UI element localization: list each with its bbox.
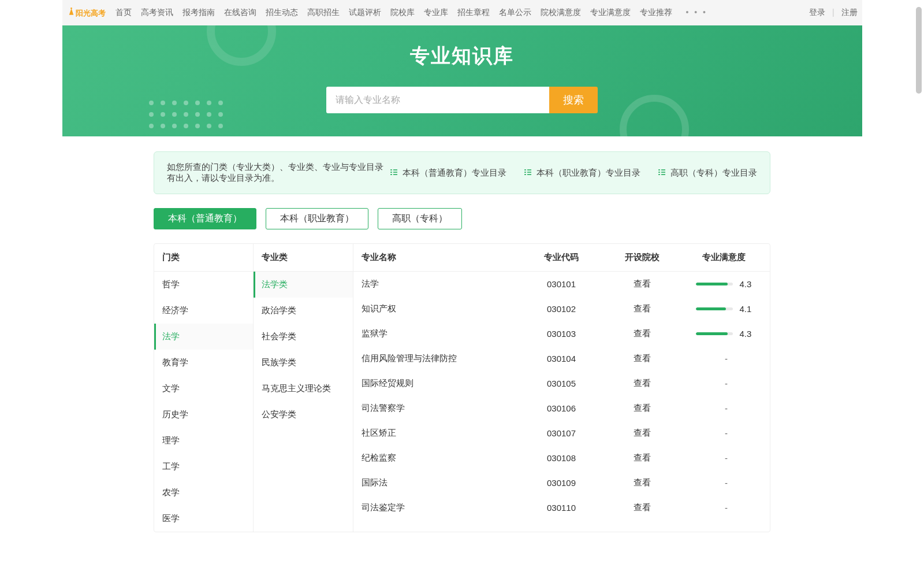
col-name-header: 专业名称 [353,252,521,263]
rating-value: 4.3 [740,279,757,289]
nav-link[interactable]: 试题评析 [349,8,381,18]
notice-catalog-link[interactable]: 本科（职业教育）专业目录 [524,168,640,179]
category-item[interactable]: 教育学 [154,350,253,376]
view-schools-link[interactable]: 查看 [634,279,651,288]
major-rating: - [683,428,770,438]
register-link[interactable]: 注册 [841,8,858,17]
nav-link[interactable]: 院校库 [390,8,415,18]
category-item[interactable]: 哲学 [154,272,253,298]
view-schools-link[interactable]: 查看 [634,303,651,313]
major-row: 法学030101查看4.3 [353,272,770,296]
major-rating: 4.3 [683,279,770,289]
list-icon [524,168,532,178]
rating-value: 4.1 [740,304,757,314]
nav-link[interactable]: 报考指南 [182,8,215,18]
rating-empty: - [683,428,770,438]
view-schools-link[interactable]: 查看 [634,403,651,413]
view-schools-link[interactable]: 查看 [634,428,651,437]
major-name-link[interactable]: 司法鉴定学 [362,502,405,512]
major-rating: - [683,453,770,463]
nav-more-icon[interactable]: • • • [686,8,707,18]
rating-empty: - [683,403,770,413]
subcategory-column: 专业类 法学类政治学类社会学类民族学类马克思主义理论类公安学类 [254,244,353,532]
major-code: 030109 [521,478,602,488]
subcategory-item[interactable]: 公安学类 [254,402,353,428]
category-item[interactable]: 工学 [154,454,253,480]
brand-text: 阳光高考 [76,9,106,17]
view-schools-link[interactable]: 查看 [634,502,651,512]
nav-link[interactable]: 高职招生 [307,8,340,18]
category-item[interactable]: 文学 [154,376,253,402]
view-schools-link[interactable]: 查看 [634,353,651,363]
hero-title: 专业知识库 [410,43,514,69]
major-list-column: 专业名称 专业代码 开设院校 专业满意度 法学030101查看4.3知识产权03… [353,244,770,532]
major-name-link[interactable]: 知识产权 [362,303,396,313]
notice-catalog-link[interactable]: 本科（普通教育）专业目录 [390,168,506,179]
nav-link[interactable]: 专业推荐 [640,8,672,18]
education-tab[interactable]: 本科（普通教育） [154,208,256,229]
subcategory-item[interactable]: 民族学类 [254,350,353,376]
nav-link[interactable]: 专业库 [424,8,448,18]
education-tab[interactable]: 本科（职业教育） [266,208,368,229]
major-name-link[interactable]: 社区矫正 [362,428,396,437]
major-code: 030108 [521,453,602,463]
top-nav: 阳光高考 首页高考资讯报考指南在线咨询招生动态高职招生试题评析院校库专业库招生章… [62,0,862,25]
category-item[interactable]: 经济学 [154,298,253,324]
category-item[interactable]: 理学 [154,428,253,454]
major-row: 社区矫正030107查看- [353,421,770,446]
view-schools-link[interactable]: 查看 [634,328,651,338]
subcategory-item[interactable]: 法学类 [254,272,353,298]
nav-link[interactable]: 名单公示 [499,8,531,18]
view-schools-link[interactable]: 查看 [634,378,651,388]
col-rating-header: 专业满意度 [683,252,770,263]
major-name-link[interactable]: 纪检监察 [362,452,396,462]
notice-catalog-link[interactable]: 高职（专科）专业目录 [658,168,757,179]
major-name-link[interactable]: 国际法 [362,477,388,487]
hero-deco-circle [620,95,689,136]
rating-empty: - [683,379,770,388]
major-name-link[interactable]: 法学 [362,279,379,288]
scrollbar[interactable] [916,7,922,94]
brand-logo[interactable]: 阳光高考 [67,5,106,20]
nav-link[interactable]: 首页 [116,8,132,18]
nav-link[interactable]: 招生章程 [457,8,490,18]
search-input[interactable] [326,87,549,113]
list-icon [658,168,666,178]
major-name-link[interactable]: 国际经贸规则 [362,378,413,388]
nav-link[interactable]: 招生动态 [266,8,298,18]
nav-link[interactable]: 院校满意度 [541,8,581,18]
major-name-link[interactable]: 监狱学 [362,328,388,338]
hero-deco-dots [149,101,224,129]
rating-bar [696,307,733,310]
major-rating: 4.1 [683,304,770,314]
nav-links: 首页高考资讯报考指南在线咨询招生动态高职招生试题评析院校库专业库招生章程名单公示… [116,8,810,18]
subcategory-list: 法学类政治学类社会学类民族学类马克思主义理论类公安学类 [254,272,353,428]
nav-link[interactable]: 专业满意度 [590,8,631,18]
view-schools-link[interactable]: 查看 [634,477,651,487]
category-item[interactable]: 农学 [154,480,253,506]
subcategory-item[interactable]: 政治学类 [254,298,353,324]
major-name-link[interactable]: 信用风险管理与法律防控 [362,353,457,363]
hero-banner: 专业知识库 搜索 [62,25,862,136]
nav-link[interactable]: 高考资讯 [141,8,173,18]
major-name-link[interactable]: 司法警察学 [362,403,405,413]
education-tabs: 本科（普通教育）本科（职业教育）高职（专科） [154,208,770,229]
major-code: 030102 [521,304,602,314]
view-schools-link[interactable]: 查看 [634,452,651,462]
major-row: 司法鉴定学030110查看- [353,495,770,520]
major-rating: - [683,403,770,413]
col-open-header: 开设院校 [602,252,683,263]
major-code: 030106 [521,403,602,413]
nav-link[interactable]: 在线咨询 [224,8,256,18]
subcategory-item[interactable]: 马克思主义理论类 [254,376,353,402]
major-row: 监狱学030103查看4.3 [353,321,770,346]
category-item[interactable]: 历史学 [154,402,253,428]
subcategory-header: 专业类 [254,244,353,272]
search-button[interactable]: 搜索 [549,87,598,113]
category-item[interactable]: 法学 [154,324,253,350]
col-code-header: 专业代码 [521,252,602,263]
education-tab[interactable]: 高职（专科） [378,208,462,229]
category-item[interactable]: 医学 [154,506,253,532]
login-link[interactable]: 登录 [809,8,825,17]
subcategory-item[interactable]: 社会学类 [254,324,353,350]
